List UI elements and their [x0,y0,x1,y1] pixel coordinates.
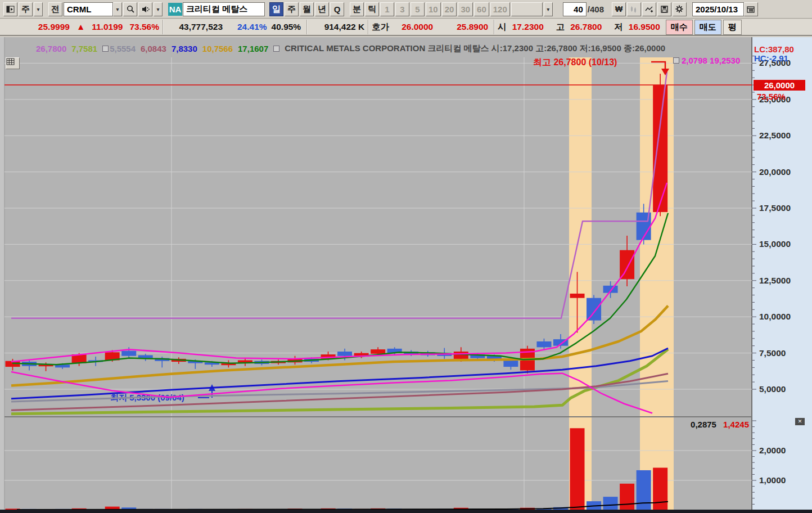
indicator-legend: 26,7800 7,7581 5,5554 6,0843 7,8330 10,7… [36,43,665,54]
gear-icon [675,5,683,13]
up-arrow-icon: ▲ [76,22,85,32]
legend-ma5-value: 17,1607 [238,44,268,53]
minute-120-button[interactable]: 120 [490,2,510,16]
price-tick-label: 5,0000 [759,384,786,394]
panel-toggle-button[interactable] [3,2,17,16]
period-year-button[interactable]: 년 [315,2,329,16]
minute-3-button[interactable]: 3 [395,2,409,16]
high-price: 26.7800 [570,22,602,32]
minute-button[interactable]: 분 [350,2,364,16]
volume-bar [620,484,634,510]
bid-price: 25.8900 [457,22,488,32]
candle-count-total: /408 [588,4,604,14]
sound-button[interactable] [138,2,152,16]
period-week-button[interactable]: 주 [285,2,299,16]
chart-area: 최저 5,3300 (09/04)최고 26,7800 (10/13)27,50… [0,37,812,513]
save-button[interactable] [657,2,671,16]
hc-label: HC:-2,91 [754,53,788,63]
open-label: 시 [498,21,507,33]
hoga-label: 호가 [372,21,389,33]
period-month-button[interactable]: 월 [300,2,314,16]
volume-bar [603,497,618,510]
volume-tick-label: 2,0000 [759,446,786,455]
price-tick-label: 15,0000 [759,239,791,249]
custom-minute-arrow[interactable]: ▾ [544,2,553,16]
high-label: 고 [556,21,565,33]
last-price: 25.9999 [38,22,70,32]
band-values: 2,0798 19,2530 [682,56,740,65]
search-button[interactable] [123,2,137,16]
legend-olive-value: 7,7581 [71,44,97,53]
price-band-button[interactable]: ₩ [612,2,626,16]
volume-bar [637,470,651,510]
panel-toggle-icon [6,6,15,13]
buy-button[interactable]: 매수 [666,20,693,35]
minute-30-button[interactable]: 30 [458,2,473,16]
legend-ma20-value: 10,7566 [202,44,233,53]
volume-bar [570,428,585,510]
volume-last-value: 1,4245 [723,420,749,429]
symbol-input[interactable]: CRML [64,2,113,16]
trendline-plus-icon [645,6,653,13]
chart-title: CRITICAL METALS CORPORATION 크리티컬 메탈스 시:1… [285,43,665,54]
legend-step-value: 26,7800 [36,44,66,53]
calendar-button[interactable] [744,2,758,16]
price-tick-label: 17,5000 [759,203,791,213]
week-dropdown-arrow[interactable]: ▾ [34,2,43,16]
symbol-dropdown-arrow[interactable]: ▾ [113,2,122,16]
grid-view-button[interactable] [6,57,20,69]
volume-legend: 0,2875 1,4245 [641,420,749,429]
sound-dropdown-arrow[interactable]: ▾ [154,2,163,16]
volume-ma-value: 0,2875 [691,420,716,429]
volume-pct1: 24.41% [237,22,267,32]
custom-minute-combo[interactable] [511,2,543,16]
minute-1-button[interactable]: 1 [380,2,394,16]
candle-count-input[interactable]: 40 [563,2,587,16]
save-icon [661,6,668,13]
price-tick-label: 20,0000 [759,167,791,177]
current-price-box: 26,0000 [754,80,805,91]
avg-button[interactable]: 평 [723,20,742,35]
price-change: 11.0199 [92,22,123,32]
compare-chart-button[interactable] [627,2,641,16]
open-price: 17.2300 [512,22,544,32]
trade-amount: 914,422 K [310,22,364,32]
high-annotation: 최고 26,7800 (10/13) [533,57,617,67]
price-tick-label: 7,5000 [759,348,786,358]
volume-panel-close-button[interactable]: ✕ [795,418,805,425]
grid-icon [6,58,15,65]
band-legend: 2,0798 19,2530 [673,56,740,65]
period-q-button[interactable]: Q [330,2,344,16]
toolbar: 주 ▾ 전 CRML ▾ ▾ NA 크리티컬 메탈스 일 주 월 년 Q 분 틱… [0,0,812,19]
ask-price: 26.0000 [402,22,433,32]
tick-button[interactable]: 틱 [365,2,379,16]
na-badge: NA [168,3,182,16]
calendar-icon [747,6,755,13]
title-checkbox-icon[interactable] [273,46,279,52]
volume-pct2: 40.95% [272,22,301,32]
settings-button[interactable] [673,2,687,16]
trendline-button[interactable] [642,2,656,16]
jeon-button[interactable]: 전 [48,2,62,16]
minute-5-button[interactable]: 5 [410,2,425,16]
minute-60-button[interactable]: 60 [474,2,489,16]
minute-20-button[interactable]: 20 [442,2,457,16]
won-bars-icon: ₩ [615,4,622,14]
speaker-icon [142,6,150,13]
price-tick-label: 12,5000 [759,276,791,285]
price-change-pct: 73.56% [129,22,159,32]
band-checkbox-icon[interactable] [673,57,679,64]
volume-bar [653,468,667,510]
week-button[interactable]: 주 [19,2,33,16]
chart-canvas[interactable]: 최저 5,3300 (09/04)최고 26,7800 (10/13)27,50… [0,37,812,513]
date-field[interactable]: 2025/10/13 [692,2,744,16]
sell-button[interactable]: 매도 [694,20,721,35]
volume-total: 43,777,523 [166,22,223,32]
current-change-pct: 73,56% [757,92,786,101]
legend-checkbox-icon[interactable] [102,46,109,52]
stock-name-field[interactable]: 크리티컬 메탈스 [183,2,265,16]
minute-10-button[interactable]: 10 [426,2,441,16]
legend-ma240-value: 6,0843 [141,44,166,53]
period-day-button[interactable]: 일 [269,2,283,16]
legend-ma60-value: 7,8330 [172,44,197,53]
